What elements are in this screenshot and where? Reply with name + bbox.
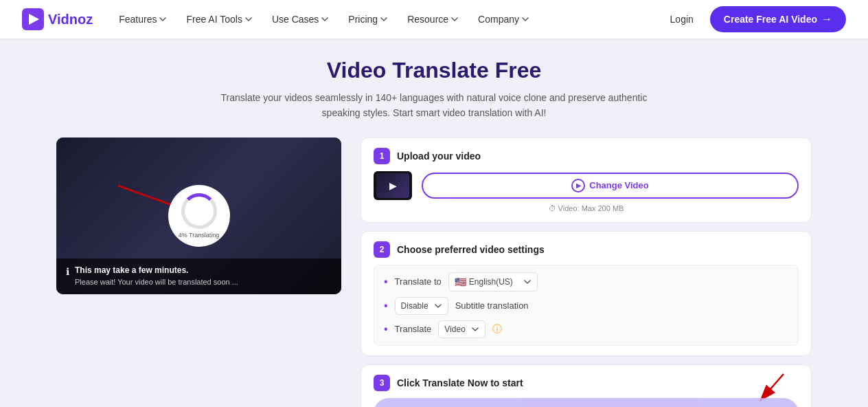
translate-to-row: • Translate to 🇺🇸 English(US)	[384, 272, 788, 292]
nav-company[interactable]: Company	[471, 10, 536, 29]
logo-icon	[22, 8, 44, 30]
right-panel: 1 Upload your video ▶ ▶ Change Video ⏱ V…	[361, 138, 812, 407]
nav-use-cases[interactable]: Use Cases	[265, 10, 336, 29]
video-type-select[interactable]: Video	[438, 320, 485, 338]
spinner-container: 4% Translating	[168, 185, 230, 247]
step1-card: 1 Upload your video ▶ ▶ Change Video ⏱ V…	[361, 138, 812, 223]
step1-header: 1 Upload your video	[374, 148, 799, 164]
video-notice: ℹ This may take a few minutes. Please wa…	[56, 258, 341, 294]
translate-to-label: Translate to	[395, 276, 442, 287]
nav-features[interactable]: Features	[112, 10, 174, 29]
bullet-icon: •	[384, 276, 388, 287]
translate-button[interactable]: Translateing...	[374, 398, 799, 407]
chevron-down-icon	[434, 302, 442, 310]
arrow-icon: →	[821, 13, 832, 25]
step2-header: 2 Choose preferred video settings	[374, 241, 799, 258]
bullet-icon: •	[384, 324, 388, 335]
thumb-inner: ▶	[376, 173, 409, 198]
subtitle-label: Subtitle translation	[455, 300, 529, 311]
navbar: Vidnoz Features Free AI Tools Use Cases …	[0, 0, 868, 38]
translate-label: Translate	[395, 324, 432, 334]
step2-title: Choose preferred video settings	[397, 244, 545, 255]
chevron-down-icon	[380, 15, 388, 23]
chevron-down-icon	[521, 15, 529, 23]
info-circle-icon: ℹ	[66, 266, 69, 277]
notice-text: This may take a few minutes. Please wait…	[75, 265, 238, 287]
page-title: Video Translate Free	[327, 58, 541, 83]
login-button[interactable]: Login	[659, 8, 705, 30]
svg-line-5	[760, 374, 784, 402]
bullet-icon: •	[384, 300, 388, 311]
chevron-down-icon	[321, 15, 329, 23]
translate-type-row: • Translate Video ⓘ	[384, 320, 788, 338]
notice-sub: Please wait! Your video will be translat…	[75, 278, 238, 286]
chevron-down-icon	[450, 15, 459, 23]
language-select[interactable]: 🇺🇸 English(US)	[448, 272, 538, 292]
play-icon: ▶	[389, 180, 397, 191]
chevron-down-icon	[244, 15, 253, 23]
change-video-button[interactable]: ▶ Change Video	[422, 173, 799, 199]
spinner-text: 4% Translating	[179, 232, 220, 239]
disable-select[interactable]: Disable	[395, 297, 448, 315]
us-flag-icon: 🇺🇸	[455, 276, 466, 287]
settings-box: • Translate to 🇺🇸 English(US) • Disable	[374, 265, 799, 346]
play-circle-icon: ▶	[571, 179, 585, 192]
step3-badge: 3	[374, 375, 390, 391]
nav-pricing[interactable]: Pricing	[341, 10, 395, 29]
chevron-down-icon	[159, 15, 167, 23]
subtitle-row: • Disable Subtitle translation	[384, 297, 788, 315]
nav-free-ai-tools[interactable]: Free AI Tools	[179, 10, 259, 29]
step2-badge: 2	[374, 241, 390, 258]
logo[interactable]: Vidnoz	[22, 8, 93, 30]
video-max-note: ⏱ Video: Max 200 MB	[374, 204, 799, 212]
nav-resource[interactable]: Resource	[400, 10, 466, 29]
content-row: 4% Translating ℹ This may take a few min…	[56, 138, 812, 407]
step1-title: Upload your video	[397, 151, 481, 162]
chevron-down-icon	[523, 278, 532, 286]
step3-card: 3 Click Translate Now to start Translate…	[361, 364, 812, 407]
video-thumbnail: ▶	[374, 171, 412, 200]
notice-bold: This may take a few minutes.	[75, 265, 238, 275]
page-subtitle: Translate your videos seamlessly in 140+…	[201, 90, 667, 121]
upload-row: ▶ ▶ Change Video	[374, 171, 799, 200]
chevron-down-icon	[471, 325, 479, 333]
logo-text: Vidnoz	[48, 12, 93, 28]
info-icon: ⓘ	[492, 323, 502, 336]
video-panel: 4% Translating ℹ This may take a few min…	[56, 138, 341, 294]
step1-badge: 1	[374, 148, 390, 164]
spinner-ring	[181, 193, 217, 229]
create-video-button[interactable]: Create Free AI Video →	[710, 6, 846, 32]
step2-card: 2 Choose preferred video settings • Tran…	[361, 231, 812, 356]
main-content: Video Translate Free Translate your vide…	[0, 38, 868, 407]
step3-title: Click Translate Now to start	[397, 377, 523, 388]
step3-header: 3 Click Translate Now to start	[374, 375, 799, 391]
